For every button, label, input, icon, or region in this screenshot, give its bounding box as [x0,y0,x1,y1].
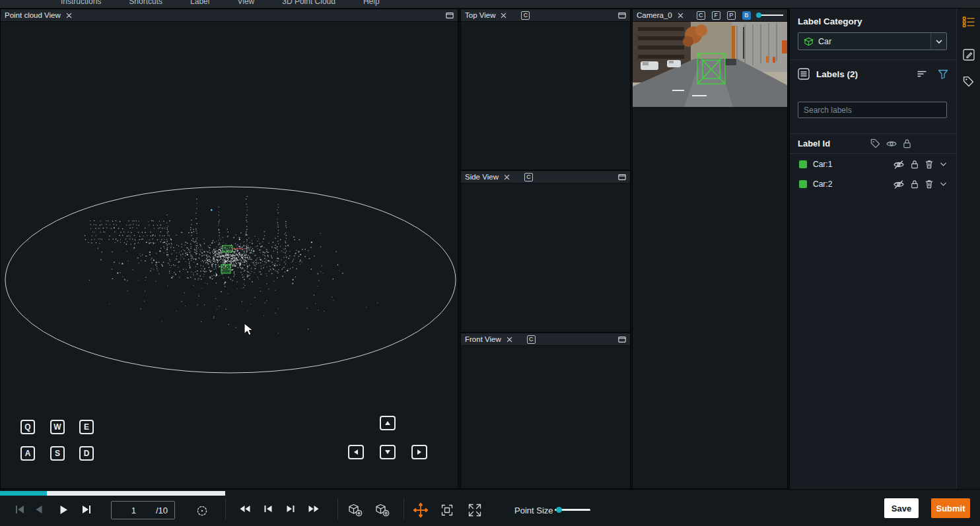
camera-opacity-slider[interactable] [756,13,783,18]
key-s-button[interactable]: S [50,446,65,461]
step-back-button[interactable] [263,505,273,513]
side-view-c-button[interactable]: C [524,173,533,181]
dropdown-caret-button[interactable] [930,33,946,49]
label-category-title: Label Category [798,16,862,26]
next-frame-button[interactable] [81,505,92,514]
triangle-up-icon [384,420,391,426]
side-view-canvas[interactable] [461,183,630,332]
skip-start-icon [15,505,25,514]
chevron-down-icon[interactable] [940,181,947,187]
menu-item-view[interactable]: View [237,0,254,8]
previous-frame-button[interactable] [35,505,43,514]
edit-tool-button[interactable] [961,47,977,63]
menu-item-3d-point-cloud[interactable]: 3D Point Cloud [282,0,335,8]
label-id-header: Label Id [790,139,830,148]
slider-knob[interactable] [756,13,761,18]
step-back-icon [263,505,273,513]
point-size-slider[interactable] [555,509,590,511]
region-tool-button[interactable] [441,504,453,516]
camera-header: Camera_0 C F P B [633,9,787,22]
close-icon[interactable] [504,174,510,180]
camera-content [633,22,787,488]
pan-up-button[interactable] [380,416,396,430]
frame-number-input[interactable] [112,506,156,515]
menu-item-label[interactable]: Label [190,0,209,8]
label-search-input[interactable] [798,102,946,117]
tag-tool-button[interactable] [961,73,977,89]
front-view-canvas[interactable] [461,346,630,488]
camera-c-button[interactable]: C [697,11,705,20]
lock-icon[interactable] [911,180,919,189]
trash-icon[interactable] [925,180,933,189]
lock-icon[interactable] [903,139,911,148]
rewind-icon [239,505,251,513]
top-view-c-button[interactable]: C [521,11,530,20]
camera-b-button[interactable]: B [742,11,751,20]
eye-off-icon[interactable] [893,180,904,189]
play-button[interactable] [59,505,68,515]
top-view-panel: Top View C [460,9,631,170]
point-size-knob[interactable] [556,507,562,513]
tag-icon[interactable] [870,139,880,148]
side-view-title: Side View [465,173,499,181]
maximize-icon[interactable] [618,174,626,181]
key-e-button[interactable]: E [79,420,94,434]
camera-f-button[interactable]: F [712,11,720,20]
camera-p-button[interactable]: P [727,11,736,20]
sort-button[interactable] [917,69,927,79]
key-a-button[interactable]: A [20,446,35,461]
key-q-button[interactable]: Q [20,420,35,434]
label-color-swatch [799,180,807,188]
front-view-c-button[interactable]: C [527,335,536,344]
maximize-icon[interactable] [618,336,626,343]
trash-icon[interactable] [925,160,933,169]
close-icon[interactable] [507,337,512,343]
top-view-canvas[interactable] [461,22,630,170]
chevron-down-icon[interactable] [940,162,947,167]
step-forward-button[interactable] [286,505,295,513]
close-icon[interactable] [678,13,683,18]
pointcloud-panel: Point cloud View Q W E A S D [0,9,458,489]
frame-loader-button[interactable] [196,505,208,517]
save-button[interactable]: Save [884,498,919,518]
label-name: Car:1 [813,160,832,169]
camera-frame-image[interactable] [633,22,787,107]
maximize-icon[interactable] [618,12,626,19]
front-view-header: Front View C [461,333,630,346]
pan-left-button[interactable] [348,445,364,459]
loader-icon [196,505,208,517]
rewind-button[interactable] [239,505,251,513]
menu-item-shortcuts[interactable]: Shortcuts [129,0,162,8]
label-queue-icon [962,16,975,28]
skip-to-start-button[interactable] [15,505,25,514]
fast-forward-button[interactable] [308,505,320,513]
maximize-icon[interactable] [446,12,454,19]
pan-right-button[interactable] [411,445,427,459]
labels-count-title: Labels (2) [816,69,858,79]
menu-item-help[interactable]: Help [363,0,380,8]
pointcloud-panel-header: Point cloud View [1,9,458,22]
label-list-tool-button[interactable] [961,14,977,30]
pointcloud-canvas-area[interactable]: Q W E A S D [1,22,458,488]
pan-down-button[interactable] [380,445,396,459]
submit-button[interactable]: Submit [931,498,970,518]
key-w-button[interactable]: W [50,420,65,434]
fullscreen-tool-button[interactable] [468,504,481,517]
key-d-button[interactable]: D [79,446,94,461]
add-cuboid-button[interactable] [348,504,363,517]
label-row[interactable]: Car:1 [790,154,956,174]
close-icon[interactable] [501,13,507,18]
close-icon[interactable] [66,13,72,18]
expand-icon [468,504,481,517]
label-search-box [798,102,947,118]
frame-progress-bar[interactable] [0,491,225,496]
move-tool-button[interactable] [413,503,428,517]
add-cuboid-options-button[interactable] [375,504,390,517]
label-category-dropdown[interactable]: Car [798,32,947,50]
filter-button[interactable] [938,69,948,79]
label-row[interactable]: Car:2 [790,174,956,194]
lock-icon[interactable] [911,160,919,169]
eye-off-icon[interactable] [893,160,904,169]
eye-icon[interactable] [886,140,897,148]
menu-item-instructions[interactable]: Instructions [61,0,101,8]
